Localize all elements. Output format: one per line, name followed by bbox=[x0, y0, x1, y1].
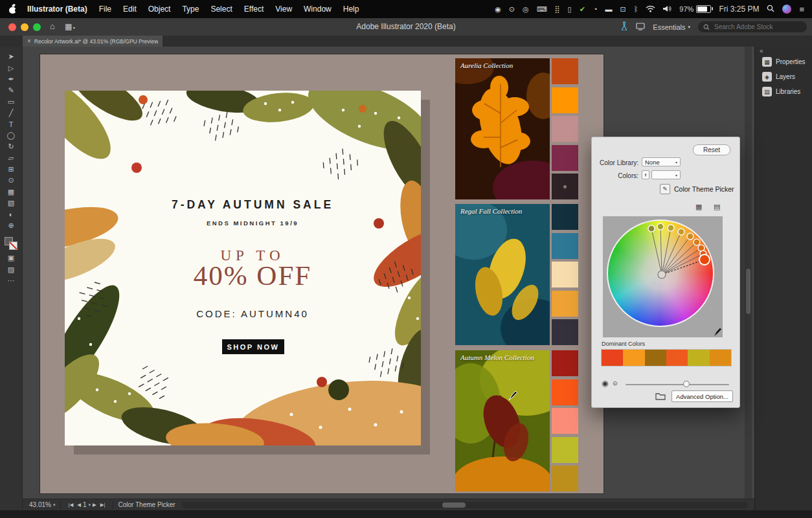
dominant-color[interactable] bbox=[623, 350, 644, 366]
menu-help[interactable]: Help bbox=[343, 5, 359, 14]
colors-select[interactable]: ▾ bbox=[651, 170, 681, 179]
vertical-scrollbar-thumb[interactable] bbox=[746, 269, 750, 314]
panel-tab-layers[interactable]: ◈ Layers bbox=[755, 70, 812, 84]
panel-tab-properties[interactable]: ▦ Properties bbox=[755, 55, 812, 69]
horizontal-scrollbar[interactable] bbox=[182, 502, 748, 508]
collection-photo-aurelia[interactable]: Aurelia Collection bbox=[455, 58, 550, 199]
search-input[interactable] bbox=[713, 23, 802, 31]
gpu-performance-icon[interactable] bbox=[636, 21, 645, 33]
display-icon[interactable]: ⊡ bbox=[620, 6, 626, 13]
color-swatch[interactable] bbox=[552, 174, 578, 199]
artboard-selector[interactable]: 1 ▾ bbox=[83, 501, 91, 508]
dominant-color[interactable] bbox=[602, 350, 623, 366]
workspace-switcher[interactable]: Essentials▾ bbox=[653, 23, 690, 31]
curvature-tool[interactable]: ✎ bbox=[4, 85, 18, 96]
zoom-control[interactable]: 43.01% ▾ bbox=[23, 501, 55, 508]
color-swatch[interactable] bbox=[552, 408, 578, 434]
direct-selection-tool[interactable]: ▷ bbox=[4, 62, 18, 73]
paintbrush-tool[interactable]: ╱ bbox=[4, 107, 18, 118]
notification-center-icon[interactable]: ≡ bbox=[799, 5, 804, 14]
screen-record-icon[interactable]: ◉ bbox=[495, 6, 501, 13]
dominant-color[interactable] bbox=[666, 350, 688, 366]
mesh-tool[interactable]: ▦ bbox=[4, 186, 18, 197]
collection-photo-regal-fall[interactable]: Regal Fall Collection bbox=[455, 204, 550, 345]
time-machine-icon[interactable]: ◔ bbox=[593, 6, 598, 13]
color-swatch[interactable] bbox=[552, 291, 578, 317]
rectangle-tool[interactable]: ▭ bbox=[4, 96, 18, 107]
volume-icon[interactable] bbox=[663, 5, 671, 14]
vertical-scrollbar[interactable] bbox=[745, 47, 752, 499]
recolor-artwork-dialog[interactable]: Reset Color Library: None ▾ Colors: ▴ ▾ … bbox=[591, 137, 740, 408]
grid-icon[interactable]: ⣿ bbox=[555, 6, 560, 13]
apple-menu-icon[interactable] bbox=[9, 5, 17, 14]
color-library-select[interactable]: None ▾ bbox=[642, 157, 681, 166]
color-swatch[interactable] bbox=[552, 58, 578, 84]
battery-indicator[interactable]: 97% bbox=[679, 5, 711, 13]
colors-stepper[interactable]: ▴ ▾ bbox=[642, 170, 649, 179]
stock-search-field[interactable] bbox=[698, 21, 807, 32]
close-tab-icon[interactable]: × bbox=[27, 38, 31, 45]
menu-view[interactable]: View bbox=[275, 5, 292, 14]
color-swatch[interactable] bbox=[552, 379, 578, 405]
color-swatch[interactable] bbox=[552, 319, 578, 345]
poster-artwork[interactable]: 7-DAY AUTUMN SALE ENDS MIDNIGHT 19/9 UP … bbox=[65, 91, 421, 445]
shield-icon[interactable]: ✔ bbox=[580, 6, 585, 13]
color-swatch[interactable] bbox=[552, 466, 578, 491]
spotlight-icon[interactable] bbox=[767, 5, 774, 14]
accessibility-icon[interactable]: ◎ bbox=[523, 6, 529, 13]
document-tab[interactable]: × Recolor Artwork.ai* @ 43.01% (RGB/GPU … bbox=[23, 36, 163, 47]
more-tools-button[interactable]: ⋯ bbox=[4, 275, 18, 286]
keyboard-icon[interactable]: ⌨ bbox=[537, 6, 547, 13]
draw-mode-normal[interactable]: ▣ bbox=[4, 253, 18, 264]
app-menu[interactable]: Illustrator (Beta) bbox=[27, 5, 87, 14]
menu-object[interactable]: Object bbox=[148, 5, 171, 14]
rotate-tool[interactable]: ↻ bbox=[4, 141, 18, 152]
eyedropper-icon[interactable] bbox=[714, 327, 722, 337]
scale-tool[interactable]: ▱ bbox=[4, 153, 18, 164]
menu-edit[interactable]: Edit bbox=[123, 5, 137, 14]
dominant-color[interactable] bbox=[688, 350, 709, 366]
panel-tab-libraries[interactable]: ▤ Libraries bbox=[755, 85, 812, 98]
bluetooth-icon[interactable]: ᛒ bbox=[634, 6, 638, 13]
zoom-tool[interactable]: ⊕ bbox=[4, 220, 18, 231]
collapse-panels-icon[interactable]: « bbox=[760, 47, 763, 54]
shape-builder-tool[interactable]: ⊙ bbox=[4, 175, 18, 186]
first-artboard-button[interactable]: |◀ bbox=[68, 502, 73, 508]
menu-select[interactable]: Select bbox=[210, 5, 232, 14]
last-artboard-button[interactable]: ▶| bbox=[100, 502, 106, 508]
color-group-icon[interactable]: ◉ bbox=[602, 379, 608, 387]
menu-window[interactable]: Window bbox=[304, 5, 332, 14]
stepper-down-icon[interactable]: ▾ bbox=[645, 175, 647, 177]
collection-photo-autumn-melon[interactable]: Autumn Melon Collection bbox=[455, 350, 550, 491]
camera-icon[interactable]: ⊙ bbox=[509, 6, 515, 13]
advanced-options-button[interactable]: Advanced Option... bbox=[671, 390, 733, 402]
home-icon[interactable]: ⌂ bbox=[50, 21, 55, 31]
color-swatch[interactable] bbox=[552, 350, 578, 376]
color-swatch[interactable] bbox=[552, 87, 578, 113]
stroke-color-swatch[interactable] bbox=[9, 242, 17, 250]
next-artboard-button[interactable]: ▶ bbox=[93, 502, 96, 508]
menubar-clock[interactable]: Fri 3:25 PM bbox=[719, 5, 759, 13]
color-swatch[interactable] bbox=[552, 204, 578, 230]
ellipse-tool[interactable]: ◯ bbox=[4, 130, 18, 141]
color-swatch[interactable] bbox=[552, 233, 578, 259]
close-window-button[interactable] bbox=[8, 23, 16, 31]
beaker-icon[interactable] bbox=[620, 21, 628, 33]
color-bar-view-icon[interactable]: ▤ bbox=[714, 203, 720, 211]
do-not-disturb-icon[interactable]: ▬ bbox=[605, 6, 613, 13]
draw-mode-behind[interactable]: ▨ bbox=[4, 264, 18, 275]
wifi-icon[interactable] bbox=[646, 5, 655, 14]
color-wheel[interactable] bbox=[607, 220, 714, 327]
sidecar-icon[interactable]: ▯ bbox=[568, 6, 572, 13]
menu-type[interactable]: Type bbox=[182, 5, 199, 14]
slider-handle[interactable] bbox=[683, 381, 690, 387]
color-theme-picker-button[interactable]: ✎ Color Theme Picker bbox=[660, 184, 734, 194]
dominant-color[interactable] bbox=[645, 350, 666, 366]
color-swatch[interactable] bbox=[552, 262, 578, 287]
type-tool[interactable]: T bbox=[4, 118, 18, 130]
color-group-small-icon[interactable]: ⊙ bbox=[613, 381, 618, 387]
menu-effect[interactable]: Effect bbox=[244, 5, 264, 14]
blend-tool[interactable]: ◐ bbox=[4, 208, 18, 220]
zoom-window-button[interactable] bbox=[33, 23, 41, 31]
minimize-window-button[interactable] bbox=[21, 23, 28, 31]
